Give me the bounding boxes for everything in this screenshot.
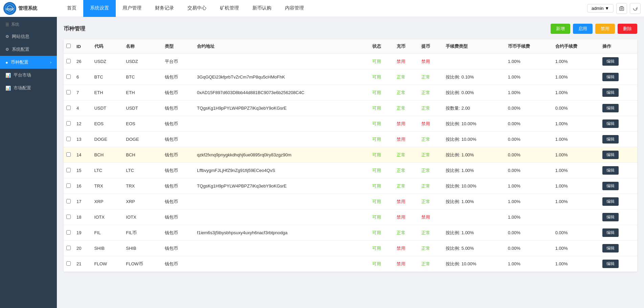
row-checkbox-1[interactable] — [66, 74, 71, 79]
row-charge: 禁用 — [394, 194, 418, 210]
row-coin-fee: 1.00% — [505, 178, 553, 194]
row-status: 可用 — [370, 163, 394, 178]
edit-button-5[interactable]: 编辑 — [602, 135, 619, 144]
edit-button-12[interactable]: 编辑 — [602, 244, 619, 252]
nav-content[interactable]: 内容管理 — [278, 0, 311, 17]
row-status: 可用 — [370, 241, 394, 256]
delete-icon-btn[interactable] — [616, 3, 627, 14]
edit-button-2[interactable]: 编辑 — [602, 88, 619, 97]
gear-icon-2: ⚙ — [5, 47, 9, 52]
row-withdraw: 正常 — [419, 241, 443, 256]
row-type: 钱包币 — [162, 163, 194, 178]
row-fee-type: 按比例: 10.00% — [443, 178, 505, 194]
row-id: 21 — [74, 256, 92, 272]
edit-button-13[interactable]: 编辑 — [602, 260, 619, 268]
admin-dropdown[interactable]: admin ▼ — [587, 4, 614, 13]
row-coin-fee: 0.00% — [505, 132, 553, 147]
row-charge: 正常 — [394, 163, 418, 178]
row-checkbox-cell — [64, 85, 74, 101]
row-checkbox-2[interactable] — [66, 90, 71, 94]
edit-button-3[interactable]: 编辑 — [602, 104, 619, 112]
edit-button-11[interactable]: 编辑 — [602, 228, 619, 237]
sidebar-item-system-config[interactable]: ⚙ 系统配置 — [0, 43, 57, 56]
row-operation: 编辑 — [600, 256, 637, 272]
enable-button[interactable]: 启用 — [573, 24, 593, 34]
refresh-icon-btn[interactable] — [630, 3, 641, 14]
main-content: 币种管理 新增 启用 禁用 删除 ID — [57, 17, 644, 308]
row-contract — [194, 132, 370, 147]
row-contract-fee — [553, 210, 600, 225]
sidebar-item-market-config[interactable]: 📊 市场配置 — [0, 82, 57, 94]
app-container: USDZ 管理系统 首页 系统设置 用户管理 财务记录 交易中心 矿机管理 新币… — [0, 0, 644, 308]
row-checkbox-8[interactable] — [66, 183, 71, 188]
gear-icon: ⚙ — [5, 34, 9, 39]
row-checkbox-6[interactable] — [66, 152, 71, 157]
row-code: BTC — [92, 69, 124, 85]
row-checkbox-11[interactable] — [66, 230, 71, 235]
row-type: 钱包币 — [162, 256, 194, 272]
main-area: ☰ 系统 ⚙ 网站信息 ⚙ 系统配置 ● 币种配置 › 📊 平台市场 📊 — [0, 17, 644, 308]
row-checkbox-5[interactable] — [66, 137, 71, 141]
row-checkbox-3[interactable] — [66, 106, 71, 110]
row-coin-fee: 1.00% — [505, 256, 553, 272]
sidebar-item-website-info[interactable]: ⚙ 网站信息 — [0, 30, 57, 43]
row-checkbox-10[interactable] — [66, 215, 71, 219]
row-name: BTC — [123, 69, 162, 85]
chart-icon-2: 📊 — [5, 86, 11, 91]
row-checkbox-4[interactable] — [66, 121, 71, 126]
row-name: ETH — [123, 85, 162, 101]
edit-button-4[interactable]: 编辑 — [602, 119, 619, 128]
row-withdraw: 正常 — [419, 85, 443, 101]
nav-user-management[interactable]: 用户管理 — [116, 0, 148, 17]
nav-mining[interactable]: 矿机管理 — [213, 0, 246, 17]
row-checkbox-cell — [64, 241, 74, 256]
disable-button[interactable]: 禁用 — [595, 24, 615, 34]
edit-button-1[interactable]: 编辑 — [602, 73, 619, 81]
logo-text: 管理系统 — [18, 5, 37, 12]
edit-button-10[interactable]: 编辑 — [602, 213, 619, 221]
row-coin-fee: 1.00% — [505, 85, 553, 101]
row-name: DOGE — [123, 132, 162, 147]
sidebar-item-coin-config[interactable]: ● 币种配置 › — [0, 56, 57, 69]
nav-finance[interactable]: 财务记录 — [148, 0, 181, 17]
sidebar-item-platform-market[interactable]: 📊 平台市场 — [0, 69, 57, 82]
table-header-row: ID 代码 名称 类型 合约地址 状态 充币 提币 手续费类型 币币手续费 合约… — [64, 39, 637, 54]
row-withdraw: 正常 — [419, 163, 443, 178]
row-status: 可用 — [370, 54, 394, 69]
add-button[interactable]: 新增 — [551, 24, 570, 34]
row-checkbox-13[interactable] — [66, 261, 71, 266]
row-withdraw: 正常 — [419, 194, 443, 210]
row-charge: 正常 — [394, 147, 418, 163]
row-status: 可用 — [370, 85, 394, 101]
row-operation: 编辑 — [600, 163, 637, 178]
edit-button-7[interactable]: 编辑 — [602, 166, 619, 175]
nav-system-settings[interactable]: 系统设置 — [83, 0, 116, 17]
row-contract — [194, 116, 370, 132]
header-fee-type: 手续费类型 — [443, 39, 505, 54]
row-checkbox-0[interactable] — [66, 59, 71, 63]
row-checkbox-cell — [64, 194, 74, 210]
edit-button-6[interactable]: 编辑 — [602, 151, 619, 159]
edit-button-8[interactable]: 编辑 — [602, 182, 619, 190]
row-contract-fee: 1.00% — [553, 194, 600, 210]
row-checkbox-9[interactable] — [66, 199, 71, 203]
table-row: 26 USDZ USDZ 平台币 可用 禁用 禁用 1.00% 1.00% 编辑 — [64, 54, 637, 69]
row-type: 钱包币 — [162, 69, 194, 85]
select-all-checkbox[interactable] — [66, 44, 71, 48]
row-fee-type — [443, 210, 505, 225]
row-fee-type: 按比例: 1.00% — [443, 147, 505, 163]
nav-trade-center[interactable]: 交易中心 — [181, 0, 213, 17]
row-checkbox-cell — [64, 101, 74, 116]
nav-new-coin[interactable]: 新币认购 — [246, 0, 278, 17]
edit-button-0[interactable]: 编辑 — [602, 57, 619, 66]
row-operation: 编辑 — [600, 101, 637, 116]
delete-button[interactable]: 删除 — [618, 24, 637, 34]
row-id: 16 — [74, 178, 92, 194]
row-checkbox-7[interactable] — [66, 168, 71, 172]
nav-home[interactable]: 首页 — [60, 0, 83, 17]
edit-button-9[interactable]: 编辑 — [602, 197, 619, 206]
row-checkbox-12[interactable] — [66, 246, 71, 250]
row-code: XRP — [92, 194, 124, 210]
row-charge: 禁用 — [394, 54, 418, 69]
row-id: 7 — [74, 85, 92, 101]
